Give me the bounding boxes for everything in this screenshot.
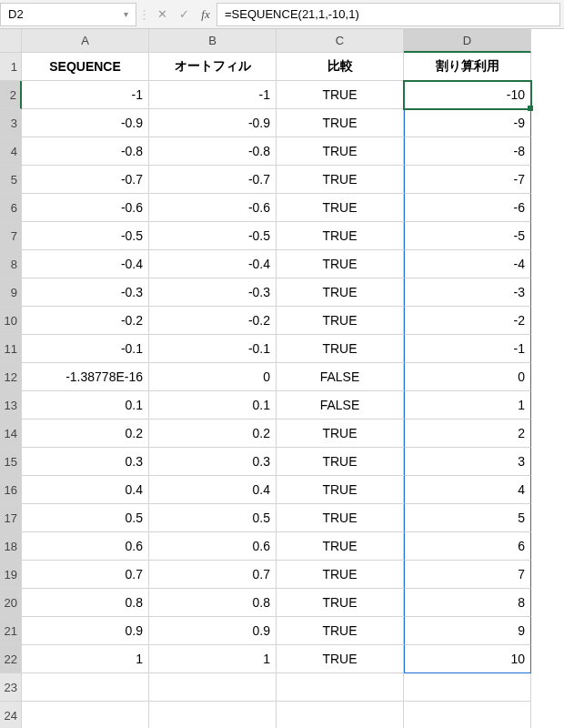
- cell-B15[interactable]: 0.3: [149, 448, 277, 476]
- row-header-20[interactable]: 20: [0, 589, 22, 617]
- cell-C4[interactable]: TRUE: [277, 137, 404, 166]
- row-header-2[interactable]: 2: [0, 81, 22, 109]
- column-header-A[interactable]: A: [22, 29, 149, 53]
- cell-D15[interactable]: 3: [404, 448, 531, 476]
- cell-C11[interactable]: TRUE: [277, 335, 404, 363]
- cell-B24[interactable]: [149, 702, 277, 728]
- cell-A21[interactable]: 0.9: [22, 617, 149, 645]
- cell-A16[interactable]: 0.4: [22, 476, 149, 504]
- cell-D6[interactable]: -6: [404, 194, 531, 222]
- cell-B9[interactable]: -0.3: [149, 278, 277, 307]
- row-header-18[interactable]: 18: [0, 532, 22, 561]
- cell-B2[interactable]: -1: [149, 81, 277, 109]
- cell-A8[interactable]: -0.4: [22, 250, 149, 278]
- row-header-23[interactable]: 23: [0, 673, 22, 702]
- cell-C9[interactable]: TRUE: [277, 278, 404, 307]
- column-header-D[interactable]: D: [404, 29, 531, 53]
- cell-A12[interactable]: -1.38778E-16: [22, 363, 149, 391]
- row-header-14[interactable]: 14: [0, 420, 22, 448]
- spreadsheet-grid[interactable]: ABCD1SEQUENCEオートフィル比較割り算利用2-1-1TRUE-103-…: [0, 29, 564, 728]
- cell-A14[interactable]: 0.2: [22, 420, 149, 448]
- cell-C8[interactable]: TRUE: [277, 250, 404, 278]
- cell-B19[interactable]: 0.7: [149, 561, 277, 589]
- cell-D5[interactable]: -7: [404, 166, 531, 194]
- cell-C2[interactable]: TRUE: [277, 81, 404, 109]
- cell-A24[interactable]: [22, 702, 149, 728]
- row-header-22[interactable]: 22: [0, 645, 22, 673]
- cell-D11[interactable]: -1: [404, 335, 531, 363]
- row-header-10[interactable]: 10: [0, 307, 22, 335]
- row-header-16[interactable]: 16: [0, 476, 22, 504]
- cell-D18[interactable]: 6: [404, 532, 531, 561]
- cell-D1[interactable]: 割り算利用: [404, 53, 531, 81]
- cell-A6[interactable]: -0.6: [22, 194, 149, 222]
- cell-D9[interactable]: -3: [404, 278, 531, 307]
- cell-B6[interactable]: -0.6: [149, 194, 277, 222]
- cell-C6[interactable]: TRUE: [277, 194, 404, 222]
- cell-D19[interactable]: 7: [404, 561, 531, 589]
- cell-D13[interactable]: 1: [404, 391, 531, 420]
- cell-B7[interactable]: -0.5: [149, 222, 277, 250]
- row-header-1[interactable]: 1: [0, 53, 22, 81]
- cell-C16[interactable]: TRUE: [277, 476, 404, 504]
- cell-A20[interactable]: 0.8: [22, 589, 149, 617]
- cell-C10[interactable]: TRUE: [277, 307, 404, 335]
- cell-B1[interactable]: オートフィル: [149, 53, 277, 81]
- cell-D3[interactable]: -9: [404, 109, 531, 137]
- cell-A5[interactable]: -0.7: [22, 166, 149, 194]
- formula-input[interactable]: =SEQUENCE(21,1,-10,1): [217, 3, 560, 26]
- cell-D10[interactable]: -2: [404, 307, 531, 335]
- row-header-9[interactable]: 9: [0, 278, 22, 307]
- row-header-13[interactable]: 13: [0, 391, 22, 420]
- row-header-4[interactable]: 4: [0, 137, 22, 166]
- cell-B4[interactable]: -0.8: [149, 137, 277, 166]
- cell-B10[interactable]: -0.2: [149, 307, 277, 335]
- cell-B8[interactable]: -0.4: [149, 250, 277, 278]
- cell-C3[interactable]: TRUE: [277, 109, 404, 137]
- cell-C22[interactable]: TRUE: [277, 645, 404, 673]
- cell-C20[interactable]: TRUE: [277, 589, 404, 617]
- row-header-21[interactable]: 21: [0, 617, 22, 645]
- cell-D17[interactable]: 5: [404, 504, 531, 532]
- name-box[interactable]: D2 ▾: [0, 3, 136, 26]
- cell-B16[interactable]: 0.4: [149, 476, 277, 504]
- row-header-12[interactable]: 12: [0, 363, 22, 391]
- cancel-button[interactable]: ✕: [151, 3, 173, 26]
- row-header-3[interactable]: 3: [0, 109, 22, 137]
- cell-A22[interactable]: 1: [22, 645, 149, 673]
- fill-handle[interactable]: [528, 106, 533, 111]
- row-header-11[interactable]: 11: [0, 335, 22, 363]
- cell-B5[interactable]: -0.7: [149, 166, 277, 194]
- row-header-15[interactable]: 15: [0, 448, 22, 476]
- cell-A4[interactable]: -0.8: [22, 137, 149, 166]
- cell-C12[interactable]: FALSE: [277, 363, 404, 391]
- cell-D12[interactable]: 0: [404, 363, 531, 391]
- confirm-button[interactable]: ✓: [173, 3, 195, 26]
- cell-C13[interactable]: FALSE: [277, 391, 404, 420]
- cell-B21[interactable]: 0.9: [149, 617, 277, 645]
- cell-A11[interactable]: -0.1: [22, 335, 149, 363]
- cell-B14[interactable]: 0.2: [149, 420, 277, 448]
- row-header-24[interactable]: 24: [0, 702, 22, 728]
- cell-B11[interactable]: -0.1: [149, 335, 277, 363]
- column-header-B[interactable]: B: [149, 29, 277, 53]
- row-header-8[interactable]: 8: [0, 250, 22, 278]
- cell-A3[interactable]: -0.9: [22, 109, 149, 137]
- cell-A15[interactable]: 0.3: [22, 448, 149, 476]
- cell-C5[interactable]: TRUE: [277, 166, 404, 194]
- cell-B18[interactable]: 0.6: [149, 532, 277, 561]
- cell-C21[interactable]: TRUE: [277, 617, 404, 645]
- cell-D8[interactable]: -4: [404, 250, 531, 278]
- cell-B23[interactable]: [149, 673, 277, 702]
- cell-C14[interactable]: TRUE: [277, 420, 404, 448]
- cell-A18[interactable]: 0.6: [22, 532, 149, 561]
- cell-A1[interactable]: SEQUENCE: [22, 53, 149, 81]
- cell-B17[interactable]: 0.5: [149, 504, 277, 532]
- cell-D21[interactable]: 9: [404, 617, 531, 645]
- cell-A23[interactable]: [22, 673, 149, 702]
- cell-C19[interactable]: TRUE: [277, 561, 404, 589]
- select-all-corner[interactable]: [0, 29, 22, 53]
- cell-B12[interactable]: 0: [149, 363, 277, 391]
- cell-C24[interactable]: [277, 702, 404, 728]
- cell-D4[interactable]: -8: [404, 137, 531, 166]
